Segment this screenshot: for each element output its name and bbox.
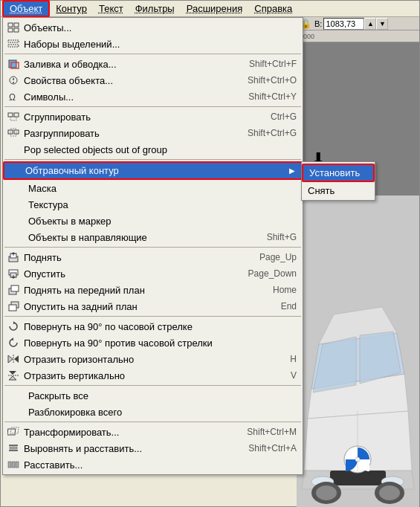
submenu-item-release[interactable]: Снять: [302, 182, 375, 198]
menu-item-to-back[interactable]: Опустить на задний план End: [3, 298, 303, 314]
menu-item-fill[interactable]: Заливка и обводка... Shift+Ctrl+F: [3, 56, 303, 72]
menu-extensions[interactable]: Расширения: [181, 1, 249, 16]
to-back-label: Опустить на задний план: [24, 301, 138, 312]
car-display: [297, 196, 419, 507]
main-area: 🔒 B: ▲ ▼ 1000 ⬇: [1, 17, 419, 507]
svg-point-22: [13, 82, 14, 83]
menu-item-unlock-all[interactable]: Разблокировка всего: [3, 404, 303, 420]
svg-marker-48: [9, 376, 16, 380]
menu-item-distribute[interactable]: Расставить...: [3, 456, 303, 473]
clip-submenu: Установить Снять: [301, 161, 375, 201]
symbols-label: Символы...: [24, 91, 74, 103]
to-front-icon: [6, 283, 21, 297]
sep4: [4, 247, 301, 248]
menu-item-objprops[interactable]: Свойства объекта... Shift+Ctrl+O: [3, 72, 303, 88]
menu-help[interactable]: Справка: [248, 1, 298, 16]
scroll-down-btn[interactable]: ▼: [376, 18, 388, 30]
menu-item-flip-h[interactable]: Отразить горизонтально H: [3, 351, 303, 367]
mask-label: Маска: [24, 183, 56, 194]
to-marker-label: Объекты в маркер: [24, 216, 111, 227]
raise-shortcut: Page_Up: [245, 252, 297, 262]
svg-rect-53: [10, 447, 17, 449]
width-input[interactable]: [323, 18, 364, 30]
lower-label: Опустить: [24, 268, 65, 280]
to-guides-label: Объекты в направляющие: [24, 232, 147, 243]
flip-h-shortcut: H: [275, 354, 297, 364]
menu-item-group[interactable]: Сгруппировать Ctrl+G: [3, 109, 303, 125]
menu-item-symbols[interactable]: Ω Символы... Shift+Ctrl+Y: [3, 88, 303, 105]
menu-item-rotate-ccw[interactable]: Повернуть на 90° против часовой стрелки: [3, 335, 303, 351]
svg-rect-55: [8, 462, 11, 468]
flip-v-icon: [6, 369, 21, 382]
svg-rect-56: [12, 462, 15, 468]
svg-rect-17: [8, 45, 19, 47]
svg-rect-14: [8, 28, 13, 32]
menu-object[interactable]: Объект: [2, 0, 50, 17]
sep7: [4, 422, 301, 422]
menu-item-to-marker[interactable]: Объекты в маркер: [3, 213, 303, 229]
menu-item-pop[interactable]: Pop selected objects out of group: [3, 141, 303, 158]
menu-item-flip-v[interactable]: Отразить вертикально V: [3, 367, 303, 384]
svg-rect-12: [8, 23, 13, 27]
svg-rect-18: [9, 60, 16, 68]
rotate-cw-label: Повернуть на 90° по часовой стрелке: [24, 321, 193, 332]
transform-icon: [6, 425, 21, 439]
svg-rect-16: [8, 40, 19, 42]
app-window: Объект Контур Текст Фильтры Расширения С…: [0, 0, 420, 507]
ungroup-icon: [6, 126, 21, 140]
symbols-shortcut: Shift+Ctrl+Y: [233, 91, 297, 102]
objprops-shortcut: Shift+Ctrl+O: [233, 75, 297, 85]
menu-item-expand-all[interactable]: Раскрыть все: [3, 387, 303, 404]
unlock-all-label: Разблокировка всего: [24, 407, 122, 418]
flip-v-label: Отразить вертикально: [24, 370, 125, 381]
menu-item-ungroup[interactable]: Разгруппировать Shift+Ctrl+G: [3, 125, 303, 141]
svg-rect-41: [9, 305, 16, 311]
group-shortcut: Ctrl+G: [256, 112, 297, 122]
sep2: [4, 106, 301, 107]
objprops-icon: [6, 74, 21, 87]
sep5: [4, 316, 301, 317]
width-label: B:: [314, 19, 322, 28]
svg-marker-45: [14, 355, 19, 363]
menu-item-to-guides[interactable]: Объекты в направляющие Shift+G: [3, 229, 303, 245]
objects-label: Объекты...: [24, 22, 71, 33]
svg-rect-13: [14, 23, 19, 27]
to-front-shortcut: Home: [258, 285, 297, 295]
objprops-label: Свойства объекта...: [24, 75, 113, 86]
menu-filters[interactable]: Фильтры: [129, 1, 181, 16]
align-label: Выровнять и расставить...: [24, 443, 142, 454]
menu-text[interactable]: Текст: [93, 1, 129, 16]
align-shortcut: Shift+Ctrl+A: [233, 443, 297, 453]
menu-item-mask[interactable]: Маска: [3, 180, 303, 196]
submenu-arrow-icon: ▶: [289, 167, 295, 175]
menu-item-objects[interactable]: Объекты...: [3, 19, 303, 36]
menu-item-clip[interactable]: Обтравочный контур ▶ Установить Снять: [3, 161, 303, 180]
scroll-up-btn[interactable]: ▲: [364, 18, 376, 30]
svg-rect-50: [7, 429, 16, 435]
menu-item-lower[interactable]: Опустить Page_Down: [3, 265, 303, 282]
fill-label: Заливка и обводка...: [24, 59, 117, 70]
flip-h-icon: [6, 352, 21, 366]
menu-item-texture[interactable]: Текстура: [3, 196, 303, 213]
menu-item-rotate-cw[interactable]: Повернуть на 90° по часовой стрелке: [3, 318, 303, 335]
fill-icon: [6, 57, 21, 71]
group-label: Сгруппировать: [24, 112, 91, 123]
sep1: [4, 54, 301, 54]
svg-rect-15: [14, 28, 19, 32]
rotate-cw-icon: [6, 320, 21, 333]
svg-point-10: [379, 485, 400, 500]
distribute-label: Расставить...: [24, 459, 83, 471]
rotate-ccw-label: Повернуть на 90° против часовой стрелки: [24, 338, 213, 349]
lower-shortcut: Page_Down: [233, 268, 297, 279]
menu-contour[interactable]: Контур: [50, 1, 93, 16]
menu-item-transform[interactable]: Трансформировать... Shift+Ctrl+M: [3, 424, 303, 440]
menu-item-selections[interactable]: Наборы выделений...: [3, 36, 303, 52]
menu-item-to-front[interactable]: Поднять на передний план Home: [3, 282, 303, 298]
flip-v-shortcut: V: [276, 370, 297, 381]
flip-h-label: Отразить горизонтально: [24, 354, 134, 365]
menu-item-align[interactable]: Выровнять и расставить... Shift+Ctrl+A: [3, 440, 303, 456]
menu-item-raise[interactable]: Поднять Page_Up: [3, 249, 303, 265]
pop-label: Pop selected objects out of group: [24, 144, 167, 155]
ungroup-label: Разгруппировать: [24, 128, 100, 139]
submenu-item-set[interactable]: Установить: [302, 164, 375, 182]
